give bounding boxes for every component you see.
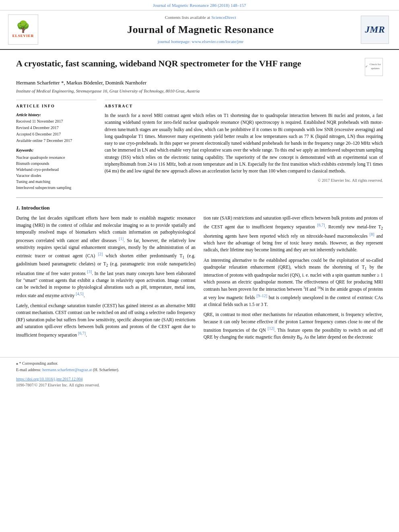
elsevier-tree-icon: 🌳 <box>16 21 30 33</box>
corresponding-label: * Corresponding author. <box>19 361 58 366</box>
keyword-3: Wideband cryo-probehead <box>16 167 97 173</box>
article-info-heading: ARTICLE INFO <box>16 103 97 109</box>
keyword-1: Nuclear quadrupole resonance <box>16 155 97 160</box>
keywords-subsection: Keywords: Nuclear quadrupole resonance B… <box>16 148 97 191</box>
section-title: Introduction <box>21 205 50 211</box>
paper-title: A cryostatic, fast scanning, wideband NQ… <box>16 58 383 70</box>
elsevier-logo: 🌳 ELSEVIER <box>8 14 40 45</box>
sciencedirect-link[interactable]: ScienceDirect <box>211 15 236 20</box>
corresponding-author-note: ⁎ * Corresponding author. <box>16 361 383 366</box>
journal-homepage: journal homepage: www.elsevier.com/locat… <box>44 39 357 45</box>
ref-6-7[interactable]: [6,7] <box>78 331 86 335</box>
email-line: E-mail address: hermann.scharfetter@tugr… <box>16 367 383 373</box>
authors-line: Hermann Scharfetter *, Markus Bödenler, … <box>16 79 383 86</box>
jmr-logo-text: JMR <box>365 23 385 37</box>
accepted-date: Accepted 6 December 2017 <box>16 131 97 137</box>
section-number: 1. <box>16 205 20 211</box>
ref-4-5[interactable]: [4,5] <box>76 292 83 296</box>
journal-citation: Journal of Magnetic Resonance 286 (2018)… <box>153 3 246 8</box>
abstract-panel: ABSTRACT In the search for a novel MRI c… <box>105 100 383 191</box>
check-for-updates-badge: ✓ Check for updates <box>365 58 383 76</box>
abstract-text: In the search for a novel MRI contrast a… <box>105 112 383 175</box>
rights-line: 1090-7807/© 2017 Elsevier Inc. All right… <box>16 382 383 388</box>
intro-right-column: tion rate (SAR) restrictions and saturat… <box>204 215 383 345</box>
sciencedirect-line: Contents lists available at ScienceDirec… <box>44 14 357 21</box>
ref-2[interactable]: [2] <box>98 252 103 256</box>
section-1-heading: 1. Introduction <box>16 204 383 212</box>
check-badge-label: Check for updates <box>368 63 383 71</box>
jmr-logo: JMR <box>361 16 391 44</box>
article-info-panel: ARTICLE INFO Article history: Received 1… <box>16 100 97 191</box>
keyword-5: Tuning and matching <box>16 179 97 185</box>
keywords-label: Keywords: <box>16 148 97 153</box>
available-online: Available online 7 December 2017 <box>16 138 97 144</box>
elsevier-brand: ELSEVIER <box>12 33 34 39</box>
section-divider <box>16 197 383 198</box>
email-label: E-mail address: <box>16 368 41 372</box>
email-link[interactable]: hermann.scharfetter@tugraz.at <box>42 368 92 372</box>
intro-left-column: During the last decades significant effo… <box>16 215 195 345</box>
homepage-text: journal homepage: www.elsevier.com/locat… <box>158 39 244 44</box>
top-bar: Journal of Magnetic Resonance 286 (2018)… <box>0 0 399 10</box>
intro-para-2: Lately, chemical exchange saturation tra… <box>16 302 195 339</box>
keywords-list: Nuclear quadrupole resonance Bismuth com… <box>16 155 97 191</box>
history-label: Article history: <box>16 112 97 118</box>
ref-6-7-r[interactable]: [6,7] <box>317 223 325 227</box>
author-names: Hermann Scharfetter *, Markus Bödenler, … <box>16 80 146 86</box>
ref-3[interactable]: [3] <box>87 269 92 274</box>
revised-date: Revised 4 December 2017 <box>16 125 97 131</box>
journal-info-center: Contents lists available at ScienceDirec… <box>44 14 357 45</box>
affiliation: Institute of Medical Engineering, Strema… <box>16 88 383 94</box>
intro-right-para-3: QRE, in contrast to most other mechanism… <box>204 311 383 341</box>
keyword-2: Bismuth compounds <box>16 161 97 166</box>
intro-right-para-2: An interesting alternative to the establ… <box>204 257 383 308</box>
ref-12[interactable]: [12] <box>268 326 275 331</box>
history-subsection: Article history: Received 11 November 20… <box>16 112 97 144</box>
keyword-4: Varactor diodes <box>16 173 97 179</box>
doi-link[interactable]: https://doi.org/10.1016/j.jmr.2017.12.00… <box>16 377 82 381</box>
abstract-heading: ABSTRACT <box>105 103 383 109</box>
intro-para-1: During the last decades significant effo… <box>16 215 195 299</box>
received-date: Received 11 November 2017 <box>16 119 97 124</box>
footer-section: ⁎ * Corresponding author. E-mail address… <box>0 357 399 390</box>
email-suffix: (H. Scharfetter). <box>93 368 119 372</box>
ref-9-12[interactable]: [9–12] <box>257 294 267 298</box>
keyword-6: Interleaved subspectrum sampling <box>16 185 97 191</box>
copyright-line: © 2017 Elsevier Inc. All rights reserved… <box>105 178 383 183</box>
ref-1[interactable]: [1] <box>119 236 124 241</box>
check-badge-icon: ✓ <box>365 64 368 69</box>
ref-8[interactable]: [8] <box>370 232 374 236</box>
journal-title: Journal of Magnetic Resonance <box>44 23 357 37</box>
journal-header: 🌳 ELSEVIER Contents lists available at S… <box>0 10 399 49</box>
star-icon: ⁎ <box>16 361 19 366</box>
sciencedirect-label: Contents lists available at <box>165 15 210 20</box>
intro-right-para-1: tion rate (SAR) restrictions and saturat… <box>204 215 383 253</box>
